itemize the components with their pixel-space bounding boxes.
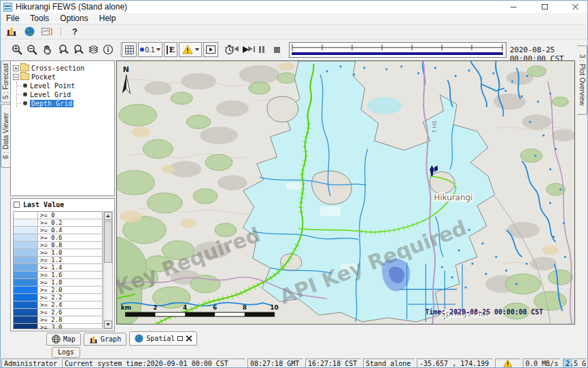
legend-color-swatch — [14, 257, 38, 263]
warning-triangle-icon — [182, 45, 193, 54]
zoom-previous-button[interactable] — [58, 42, 70, 57]
legend-row: >= 1.2 — [14, 257, 102, 264]
maximize-icon — [542, 4, 548, 10]
layers-button[interactable] — [88, 42, 99, 57]
svg-text:4: 4 — [183, 304, 187, 311]
warning-layer-dropdown[interactable] — [179, 42, 202, 57]
tree-item-depth-grid[interactable]: Depth Grid — [17, 99, 114, 107]
contour-value-dropdown[interactable]: 0.1 — [138, 42, 162, 57]
contour-dot-icon — [140, 48, 144, 52]
last-value-checkbox[interactable] — [14, 202, 20, 208]
status-coordinates: -35.657 , 174.199 — [417, 358, 493, 368]
tab-graph-label: Graph — [101, 335, 121, 343]
scrollbar-thumb[interactable] — [104, 221, 112, 263]
tree-item-level-point[interactable]: Level Point — [17, 81, 114, 90]
logs-tab-bar: Logs — [1, 346, 587, 358]
legend-color-swatch — [14, 287, 38, 293]
globe-icon[interactable] — [22, 26, 36, 38]
help-button[interactable]: ? — [68, 26, 82, 37]
tree-item-label: Pocket — [31, 73, 56, 81]
legend-color-swatch — [14, 272, 38, 278]
archive-chart-icon[interactable] — [5, 26, 18, 38]
map-canvas[interactable]: API Key Required API Key Required Hikura… — [116, 60, 575, 325]
tree-item-pocket[interactable]: Pocket — [11, 73, 114, 81]
minimize-icon — [511, 7, 517, 7]
legend-row: >= 2.6 — [14, 309, 102, 316]
tab-forecast[interactable]: 5 : Forecast — [1, 60, 10, 103]
legend-row: >= 1.0 — [14, 249, 102, 257]
tab-plot-overview-label: 3 : Plot Overview — [578, 54, 586, 106]
timeline-slider[interactable] — [289, 42, 506, 58]
scale-unit-label: km — [121, 304, 131, 311]
maximize-button[interactable] — [538, 1, 551, 12]
pan-hand-button[interactable] — [41, 42, 52, 57]
legend-color-swatch — [14, 316, 38, 323]
window-title: Hikurangi FEWS (Stand alone) — [16, 2, 127, 12]
chevron-down-icon — [156, 48, 160, 51]
legend-row: >= 3.0 — [14, 324, 102, 329]
profile-editor-icon[interactable] — [40, 26, 54, 38]
folder-icon — [20, 73, 29, 80]
undock-tab-button[interactable] — [177, 336, 183, 341]
legend-color-swatch — [14, 324, 38, 329]
pause-button[interactable] — [259, 42, 264, 57]
tree-item-label-selected: Depth Grid — [30, 100, 73, 107]
tab-spatial-label: Spatial — [146, 335, 175, 342]
tab-spatial[interactable]: Spatial — [129, 331, 197, 346]
legend-row: >= 2.4 — [14, 301, 102, 309]
close-tab-button[interactable] — [186, 335, 192, 342]
info-button[interactable] — [103, 42, 114, 57]
menu-tools[interactable]: Tools — [24, 13, 54, 24]
town-label: Hikurangi — [434, 193, 472, 202]
road-label: SH 1 — [431, 121, 437, 134]
rewind-button[interactable] — [232, 46, 239, 52]
close-button[interactable] — [570, 1, 582, 12]
legend-row: >= 2.2 — [14, 294, 102, 301]
minimize-button[interactable] — [507, 1, 519, 12]
zoom-out-button[interactable] — [27, 42, 38, 57]
legend-row: >= 0 — [14, 212, 102, 219]
tree-item-cross-section[interactable]: Cross-section — [11, 64, 114, 72]
menu-help[interactable]: Help — [94, 13, 122, 24]
collapse-icon[interactable] — [13, 74, 19, 80]
bar-chart-icon — [89, 335, 98, 344]
menu-file[interactable]: File — [1, 13, 24, 24]
tab-data-viewer[interactable]: 6 : Data Viewer — [1, 104, 10, 168]
bottom-tab-bar: Map Graph Spatial — [1, 331, 587, 346]
status-mode: Stand alone — [363, 358, 415, 368]
status-bar: Administrator Current system time:2020-0… — [1, 358, 587, 368]
animation-panel-button[interactable] — [203, 42, 218, 57]
tree-item-level-grid[interactable]: Level Grid — [17, 90, 114, 98]
map-svg: API Key Required API Key Required Hikura… — [117, 61, 574, 324]
status-warning-cell[interactable] — [495, 358, 521, 368]
tab-logs-label: Logs — [58, 348, 74, 356]
stop-button[interactable] — [274, 42, 280, 57]
tree-item-label: Level Grid — [30, 91, 71, 98]
label-toggle-button[interactable]: E — [164, 42, 177, 57]
bullet-icon — [23, 101, 27, 105]
layers-tree-panel: Cross-section Pocket Level Point Level G… — [10, 60, 115, 196]
scroll-up-button[interactable] — [104, 212, 112, 220]
folder-icon — [20, 65, 29, 71]
expand-icon[interactable] — [13, 65, 19, 71]
svg-text:10: 10 — [270, 304, 278, 311]
grid-display-button[interactable] — [122, 42, 137, 57]
scroll-down-button[interactable] — [104, 320, 112, 329]
tab-map[interactable]: Map — [46, 333, 81, 346]
legend-color-swatch — [14, 234, 38, 241]
tab-plot-overview[interactable]: 3 : Plot Overview — [577, 45, 587, 115]
svg-text:6: 6 — [213, 304, 217, 311]
legend-scrollbar[interactable] — [103, 211, 113, 329]
menu-options[interactable]: Options — [54, 13, 93, 24]
status-gmt-time: 08:27:18 GMT — [247, 358, 303, 368]
tab-data-viewer-label: 6 : Data Viewer — [2, 113, 10, 159]
label-e: E — [167, 45, 175, 54]
legend-color-swatch — [14, 309, 38, 316]
zoom-in-button[interactable] — [12, 42, 23, 57]
tab-graph[interactable]: Graph — [84, 333, 126, 346]
legend-row: >= 0.8 — [14, 242, 102, 249]
status-local-time: 16:27:18 CST — [305, 358, 361, 368]
forward-button[interactable] — [248, 46, 255, 52]
zoom-next-button[interactable] — [73, 42, 85, 57]
tab-logs[interactable]: Logs — [52, 347, 80, 358]
